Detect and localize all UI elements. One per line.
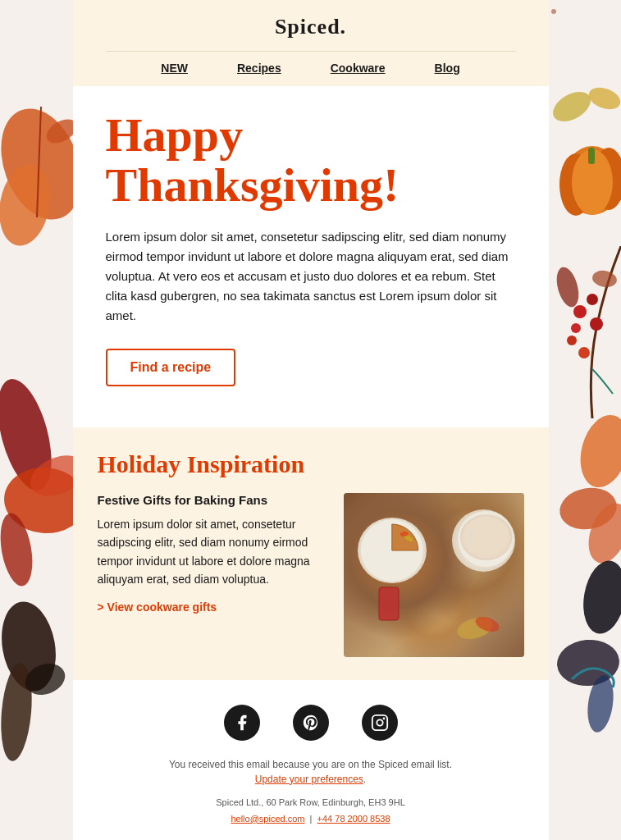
footer-email[interactable]: hello@spiced.com [231, 814, 304, 824]
leaf-dark-left [0, 597, 66, 761]
svg-point-14 [572, 149, 613, 215]
svg-point-22 [578, 347, 590, 358]
view-cookware-link[interactable]: > View cookware gifts [98, 600, 217, 614]
inspiration-content: Festive Gifts for Baking Fans Lorem ipsu… [98, 493, 524, 657]
inspiration-subtitle: Festive Gifts for Baking Fans [98, 493, 327, 507]
hero-section: Happy Thanksgiving! Lorem ipsum dolor si… [73, 86, 549, 427]
svg-point-50 [461, 515, 511, 559]
svg-line-54 [468, 529, 470, 536]
svg-point-49 [458, 510, 514, 566]
svg-point-0 [0, 98, 82, 231]
svg-point-62 [382, 717, 385, 719]
footer: You received this email because you are … [73, 680, 549, 840]
svg-point-52 [461, 515, 511, 559]
svg-point-19 [587, 294, 598, 305]
instagram-icon[interactable] [362, 705, 398, 741]
svg-point-9 [0, 662, 35, 763]
nav-recipes[interactable]: Recipes [237, 62, 281, 75]
svg-point-27 [556, 483, 620, 533]
leaf-autumn-right [555, 410, 621, 574]
hero-title: Happy Thanksgiving! [106, 111, 516, 211]
svg-line-53 [470, 529, 472, 545]
svg-rect-15 [588, 148, 595, 164]
berries-right [555, 246, 621, 410]
svg-rect-60 [372, 715, 386, 730]
svg-point-24 [555, 265, 582, 310]
svg-point-31 [584, 674, 616, 734]
svg-point-6 [0, 511, 38, 589]
pinterest-icon[interactable] [293, 705, 329, 741]
nav-cookware[interactable]: Cookware [331, 62, 386, 75]
svg-point-8 [0, 598, 62, 696]
pumpkin-right [547, 82, 621, 230]
hero-body-text: Lorem ipsum dolor sit amet, consetetur s… [106, 227, 516, 326]
social-icons [106, 705, 516, 741]
find-recipe-button[interactable]: Find a recipe [106, 349, 236, 386]
svg-point-1 [0, 161, 56, 250]
svg-point-4 [0, 373, 62, 496]
nav-blog[interactable]: Blog [435, 62, 460, 75]
svg-point-23 [567, 336, 577, 345]
svg-point-13 [592, 148, 621, 210]
inspiration-body: Lorem ipsum dolor sit amet, consetetur s… [98, 515, 327, 589]
svg-point-26 [573, 410, 621, 493]
update-preferences-link[interactable]: Update your preferences [255, 774, 363, 785]
footer-address: Spiced Ltd., 60 Park Row, Edinburgh, EH3… [106, 795, 516, 828]
svg-rect-56 [379, 587, 399, 620]
svg-point-11 [564, 146, 621, 215]
svg-point-25 [591, 269, 618, 290]
footer-phone[interactable]: +44 78 2000 8538 [317, 814, 390, 824]
food-photo [344, 493, 524, 657]
svg-line-55 [472, 529, 473, 536]
header: Spiced. NEW Recipes Cookware Blog [73, 0, 549, 86]
inspiration-image [344, 493, 524, 657]
svg-point-16 [548, 86, 596, 128]
svg-point-45 [551, 9, 556, 14]
logo: Spiced. [106, 15, 516, 51]
svg-point-51 [464, 517, 508, 555]
footer-notice: You received this email because you are … [106, 757, 516, 787]
navigation: NEW Recipes Cookware Blog [106, 51, 516, 86]
leaf-dark-right [555, 556, 621, 720]
svg-point-18 [573, 305, 587, 318]
leaf-red-left [0, 369, 82, 615]
svg-point-61 [377, 719, 382, 725]
svg-point-29 [578, 558, 621, 637]
email-container: Spiced. NEW Recipes Cookware Blog Happy … [73, 0, 549, 840]
svg-point-12 [559, 153, 592, 216]
inspiration-text: Festive Gifts for Baking Fans Lorem ipsu… [98, 493, 327, 615]
svg-point-21 [590, 317, 603, 331]
svg-point-20 [571, 323, 581, 333]
svg-line-2 [37, 107, 41, 217]
svg-point-17 [586, 84, 621, 113]
svg-point-28 [581, 498, 621, 568]
leaf-orange-left [0, 98, 74, 262]
facebook-icon[interactable] [224, 705, 260, 741]
inspiration-section: Holiday Inspiration Festive Gifts for Ba… [73, 427, 549, 680]
svg-point-10 [21, 659, 69, 701]
svg-point-30 [555, 637, 621, 688]
nav-new[interactable]: NEW [161, 62, 188, 75]
outer-wrapper: Spiced. NEW Recipes Cookware Blog Happy … [0, 0, 621, 840]
inspiration-title: Holiday Inspiration [98, 450, 524, 478]
